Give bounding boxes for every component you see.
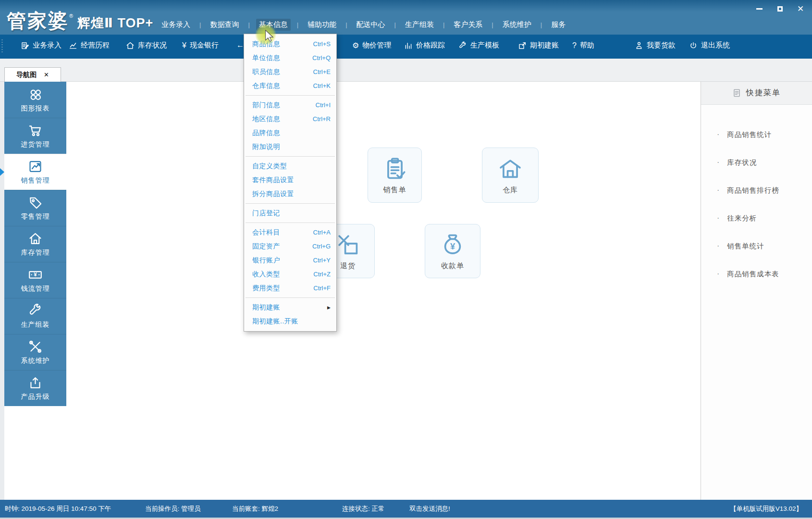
menu-item-费用类型[interactable]: 费用类型Ctrl+F [244, 281, 336, 295]
menu-item-label: 附加说明 [252, 143, 331, 151]
toolbar-item-业务录入[interactable]: 业务录入 [21, 41, 62, 50]
menu-item-shortcut: Ctrl+E [313, 68, 331, 75]
menu-item-shortcut: Ctrl+I [316, 101, 331, 109]
menu-item-label: 地区信息 [252, 115, 313, 124]
menubar-item-系统维护[interactable]: 系统维护 [500, 19, 534, 31]
status-account: 当前账套: 辉煌2 [232, 505, 278, 513]
menu-item-shortcut: Ctrl+Q [312, 54, 331, 62]
menu-item-仓库信息[interactable]: 仓库信息Ctrl+K [244, 79, 336, 93]
sidebar-item-库存管理[interactable]: 库存管理 [4, 226, 66, 262]
toolbar-item-现金银行[interactable]: ¥现金银行 [182, 41, 219, 50]
toolbar-item-经营历程[interactable]: 经营历程 [69, 41, 110, 50]
toolbar-label: 物价管理 [362, 41, 391, 50]
tile-仓库[interactable]: 仓库 [482, 148, 539, 203]
sidebar-item-图形报表[interactable]: 图形报表 [4, 82, 66, 118]
menu-item-地区信息[interactable]: 地区信息Ctrl+R [244, 112, 336, 126]
status-message[interactable]: 双击发送消息! [409, 505, 450, 513]
tab-close-icon[interactable]: ✕ [44, 71, 49, 78]
toolbar-item-退出系统[interactable]: 退出系统 [689, 41, 730, 50]
quick-menu-item-商品销售统计[interactable]: ·商品销售统计 [701, 121, 812, 148]
toolbar-item-期初建账[interactable]: 期初建账 [518, 41, 559, 50]
return-box-icon [335, 232, 360, 257]
yen-icon: ¥ [182, 41, 186, 50]
menu-bar: 业务录入|数据查询|基本信息|辅助功能|配送中心|生产组装|客户关系|系统维护|… [159, 18, 568, 31]
tab-navigation-map[interactable]: 导航图 ✕ [4, 67, 61, 82]
money-bag-icon: ¥ [440, 232, 465, 257]
menubar-item-服务[interactable]: 服务 [548, 19, 568, 31]
toolbar-item-库存状况[interactable]: 库存状况 [126, 41, 167, 50]
quick-menu-item-label: 商品销售排行榜 [727, 186, 779, 195]
menubar-item-基本信息[interactable]: 基本信息 [256, 19, 291, 31]
menu-separator: | [199, 21, 201, 28]
logo-brand: 管家婆 [7, 8, 69, 34]
tile-销售单[interactable]: 销售单 [368, 148, 422, 203]
sidebar-item-钱流管理[interactable]: ¥钱流管理 [4, 262, 66, 298]
menubar-item-业务录入[interactable]: 业务录入 [159, 19, 193, 31]
menu-item-shortcut: Ctrl+S [313, 40, 331, 48]
sidebar-item-产品升级[interactable]: 产品升级 [4, 370, 66, 406]
menu-item-单位信息[interactable]: 单位信息Ctrl+Q [244, 51, 336, 65]
tile-收款单[interactable]: ¥收款单 [425, 224, 480, 278]
gear-icon: ⚙ [352, 41, 359, 50]
quick-menu-item-库存状况[interactable]: ·库存状况 [701, 148, 812, 176]
quick-menu-items: ·商品销售统计·库存状况·商品销售排行榜·往来分析·销售单统计·商品销售成本表 [701, 105, 812, 288]
menubar-item-客户关系[interactable]: 客户关系 [451, 19, 485, 31]
menubar-item-配送中心[interactable]: 配送中心 [354, 19, 388, 31]
menu-group-separator [246, 297, 335, 298]
menu-item-拆分商品设置[interactable]: 拆分商品设置 [244, 187, 336, 201]
upgrade-icon [28, 375, 43, 390]
menu-item-部门信息[interactable]: 部门信息Ctrl+I [244, 98, 336, 112]
export-box-icon [518, 41, 527, 50]
quick-menu-item-销售单统计[interactable]: ·销售单统计 [701, 232, 812, 260]
menu-item-商品信息[interactable]: 商品信息Ctrl+S [244, 37, 336, 51]
menu-separator: | [394, 21, 396, 28]
maximize-button[interactable] [776, 5, 784, 12]
toolbar-item-物价管理[interactable]: ⚙物价管理 [352, 41, 391, 50]
toolbar-label: 生产模板 [470, 41, 499, 50]
menu-group-separator [246, 156, 335, 157]
bullet-icon: · [717, 186, 720, 195]
menubar-item-辅助功能[interactable]: 辅助功能 [305, 19, 339, 31]
menu-item-套件商品设置[interactable]: 套件商品设置 [244, 173, 336, 187]
sidebar-item-系统维护[interactable]: 系统维护 [4, 334, 66, 370]
sidebar-item-零售管理[interactable]: 零售管理 [4, 190, 66, 226]
sidebar-item-生产组装[interactable]: 生产组装 [4, 298, 66, 334]
menu-item-自定义类型[interactable]: 自定义类型 [244, 159, 336, 173]
sidebar-item-进货管理[interactable]: 进货管理 [4, 118, 66, 154]
quick-menu-item-往来分析[interactable]: ·往来分析 [701, 204, 812, 232]
menu-item-门店登记[interactable]: 门店登记 [244, 206, 336, 220]
menu-item-职员信息[interactable]: 职员信息Ctrl+E [244, 65, 336, 79]
menu-item-附加说明[interactable]: 附加说明 [244, 140, 336, 154]
menu-item-会计科目[interactable]: 会计科目Ctrl+A [244, 225, 336, 239]
toolbar-item-帮助[interactable]: ?帮助 [572, 41, 594, 50]
menu-item-label: 拆分商品设置 [252, 190, 331, 198]
wrench-icon [28, 303, 43, 318]
menu-item-shortcut: Ctrl+G [312, 243, 331, 250]
sidebar-item-label: 进货管理 [21, 140, 50, 149]
menu-separator: | [492, 21, 493, 28]
toolbar-item-我要货款[interactable]: 我要货款 [635, 41, 676, 50]
close-button[interactable]: ✕ [797, 5, 804, 12]
menu-item-银行账户[interactable]: 银行账户Ctrl+Y [244, 253, 336, 267]
menu-item-固定资产[interactable]: 固定资产Ctrl+G [244, 239, 336, 253]
tools-icon [28, 339, 43, 354]
sidebar-item-销售管理[interactable]: 销售管理 [4, 154, 66, 190]
menu-separator: | [248, 21, 249, 28]
toolbar-item-价格跟踪[interactable]: 价格跟踪 [404, 41, 445, 50]
quick-menu-item-商品销售排行榜[interactable]: ·商品销售排行榜 [701, 176, 812, 204]
toolbar-label: 期初建账 [530, 41, 559, 50]
window-controls: ✕ [755, 4, 804, 13]
quick-menu-item-商品销售成本表[interactable]: ·商品销售成本表 [701, 260, 812, 288]
menu-item-品牌信息[interactable]: 品牌信息 [244, 126, 336, 140]
chart-line-icon [69, 41, 77, 50]
menubar-item-生产组装[interactable]: 生产组装 [402, 19, 437, 31]
sidebar-item-label: 零售管理 [21, 212, 50, 221]
menubar-item-数据查询[interactable]: 数据查询 [207, 19, 242, 31]
menu-item-期初建账[interactable]: 期初建账▶ [244, 300, 336, 314]
toolbar-item-arrow-left[interactable]: ← [236, 41, 244, 49]
menu-item-收入类型[interactable]: 收入类型Ctrl+Z [244, 267, 336, 281]
toolbar-item-生产模板[interactable]: 生产模板 [458, 41, 499, 50]
menu-item-期初建账..开账[interactable]: 期初建账..开账 [244, 314, 336, 328]
minimize-button[interactable] [755, 5, 763, 12]
menu-item-shortcut: Ctrl+A [313, 229, 331, 236]
